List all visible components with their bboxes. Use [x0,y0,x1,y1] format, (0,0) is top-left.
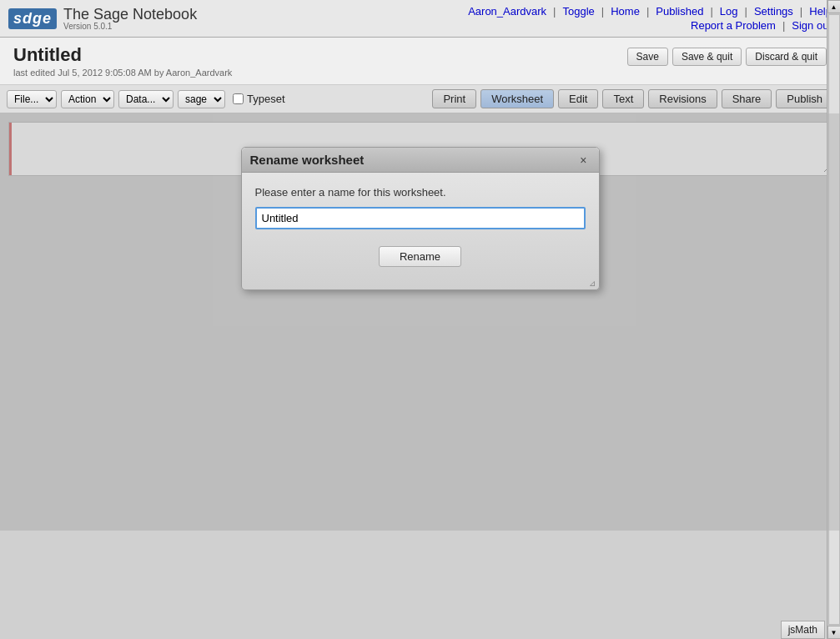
header: sdge The Sage Notebook Version 5.0.1 Aar… [0,0,840,38]
dialog-resize-handle[interactable]: ⊿ [242,277,599,289]
file-select[interactable]: File... [7,90,57,108]
tab-edit[interactable]: Edit [558,89,598,108]
action-select[interactable]: Action [61,90,114,108]
dialog-title: Rename worksheet [250,153,365,167]
typeset-label[interactable]: Typeset [247,93,285,105]
save-quit-button[interactable]: Save & quit [672,48,742,66]
dialog-body: Please enter a name for this worksheet. [242,173,599,239]
tab-publish[interactable]: Publish [776,89,833,108]
logo-icon: sdge [8,8,57,29]
sep3: | [646,5,649,18]
nav-settings[interactable]: Settings [754,5,793,18]
tab-worksheet[interactable]: Worksheet [480,89,554,108]
jsmath-button[interactable]: jsMath [781,621,825,639]
main-content: Rename worksheet × Please enter a name f… [0,113,840,531]
sep4: | [710,5,712,18]
nav-log[interactable]: Log [720,5,738,18]
app-title: The Sage Notebook [63,6,197,23]
last-edited: last edited Jul 5, 2012 9:05:08 AM by Aa… [13,68,232,78]
tab-text[interactable]: Text [602,89,644,108]
sep2: | [601,5,604,18]
tab-share[interactable]: Share [722,89,772,108]
discard-quit-button[interactable]: Discard & quit [746,48,827,66]
nav-signout[interactable]: Sign out [792,19,832,32]
typeset-area: Typeset [233,93,285,105]
title-area: Untitled last edited Jul 5, 2012 9:05:08… [0,38,840,85]
rename-input[interactable] [255,207,586,229]
title-buttons: Save Save & quit Discard & quit [627,48,827,66]
nav-report[interactable]: Report a Problem [691,19,776,32]
title-left: Untitled last edited Jul 5, 2012 9:05:08… [13,44,232,78]
scroll-down-button[interactable]: ▼ [827,626,841,639]
scroll-up-button[interactable]: ▲ [827,0,841,13]
nav-area: Aaron_Aardvark | Toggle | Home | Publish… [468,5,832,32]
worksheet-title: Untitled [13,44,232,66]
sep6: | [800,5,802,18]
rename-dialog: Rename worksheet × Please enter a name f… [241,147,600,290]
data-select[interactable]: Data... [118,90,174,108]
save-button[interactable]: Save [627,48,668,66]
nav-username[interactable]: Aaron_Aardvark [468,5,546,18]
dialog-close-button[interactable]: × [576,153,590,167]
dialog-footer: Rename [242,239,599,277]
dialog-titlebar: Rename worksheet × [242,148,599,173]
nav-top: Aaron_Aardvark | Toggle | Home | Publish… [468,5,832,18]
rename-button[interactable]: Rename [379,246,461,267]
nav-home[interactable]: Home [611,5,640,18]
nav-bottom: Report a Problem | Sign out [691,19,832,32]
nav-toggle[interactable]: Toggle [563,5,595,18]
sep5: | [744,5,747,18]
dialog-message: Please enter a name for this worksheet. [255,186,586,199]
nav-published[interactable]: Published [656,5,703,18]
toolbar: File... Action Data... sage Typeset Prin… [0,85,840,113]
tab-revisions[interactable]: Revisions [648,89,717,108]
version-label: Version 5.0.1 [63,22,197,31]
logo-area: sdge The Sage Notebook Version 5.0.1 [8,6,197,31]
typeset-checkbox[interactable] [233,93,244,104]
tab-print[interactable]: Print [432,89,476,108]
sage-select[interactable]: sage [178,90,225,108]
sep7: | [782,19,785,32]
sep1: | [553,5,556,18]
modal-overlay: Rename worksheet × Please enter a name f… [0,113,840,531]
